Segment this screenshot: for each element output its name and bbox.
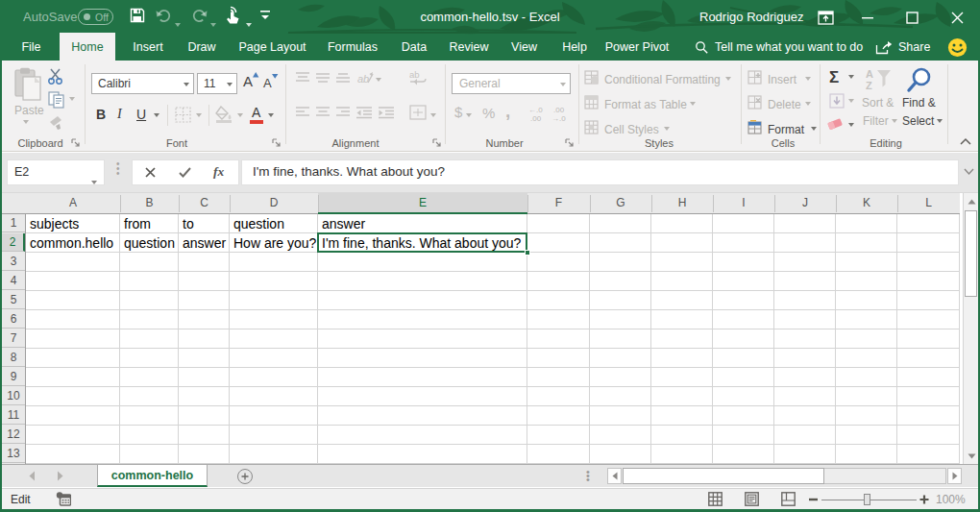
font-color-icon[interactable]: A [252,105,260,120]
next-sheet-button[interactable] [57,471,64,481]
insert-cells-arrow[interactable] [805,77,811,81]
tab-home[interactable]: Home [60,33,115,61]
alignment-dialog-launcher[interactable] [432,138,442,148]
column-header-J[interactable]: J [774,193,836,213]
sort-filter-icon[interactable]: A Z [866,68,893,91]
increase-decimal-icon[interactable]: ←.0 .00 [528,105,548,122]
prev-sheet-button[interactable] [28,471,36,481]
clear-icon[interactable] [826,117,844,131]
tab-data[interactable]: Data [389,35,439,61]
font-dialog-launcher[interactable] [272,138,282,148]
fill-handle[interactable] [525,250,530,256]
align-top-icon[interactable] [296,72,309,84]
column-header-G[interactable]: G [590,193,651,213]
column-header-I[interactable]: I [713,193,774,213]
scroll-up-button[interactable] [964,193,979,209]
tab-formulas[interactable]: Formulas [316,35,389,61]
fill-dropdown-arrow[interactable] [848,99,854,103]
sort-filter-label-1[interactable]: Sort & [862,96,894,110]
vertical-scroll-thumb[interactable] [965,210,977,297]
name-box-dropdown-arrow[interactable] [91,171,97,188]
scroll-left-button[interactable] [607,468,622,484]
delete-cells-icon[interactable] [747,95,763,110]
conditional-formatting-label[interactable]: Conditional Formatting [604,73,721,86]
italic-button[interactable]: I [117,107,122,122]
delete-cells-arrow[interactable] [805,102,811,106]
align-center-icon[interactable] [316,107,330,118]
zoom-slider-thumb[interactable] [864,494,870,505]
column-header-E[interactable]: E [318,193,527,214]
percent-format-icon[interactable]: % [482,105,495,121]
wrap-text-icon[interactable]: ab [409,69,427,86]
tab-power-pivot[interactable]: Power Pivot [600,35,674,61]
tellme-box[interactable]: Tell me what you want to do [715,35,863,61]
comma-format-icon[interactable]: , [505,101,510,122]
column-header-F[interactable]: F [527,193,590,213]
zoom-in-button[interactable] [919,495,929,504]
sheet-cells[interactable]: subjectsfromtoquestionanswercommon.hello… [26,214,960,464]
insert-function-icon[interactable]: fx [213,164,224,180]
number-format-combo[interactable]: General [452,73,571,94]
minimize-button[interactable] [853,0,882,35]
align-middle-icon[interactable] [316,72,330,84]
find-select-label-1[interactable]: Find & [902,96,936,110]
cut-icon[interactable] [47,68,65,85]
currency-format-icon[interactable]: $ [454,104,462,120]
page-break-view-icon[interactable] [781,492,796,506]
align-bottom-icon[interactable] [336,72,350,84]
format-painter-icon[interactable] [48,114,65,132]
orientation-dropdown-arrow[interactable] [376,78,381,82]
zoom-out-button[interactable] [809,498,818,501]
tab-draw[interactable]: Draw [175,35,229,61]
copy-icon[interactable] [48,91,65,109]
cell-D2[interactable]: How are you? [233,234,316,253]
underline-dropdown-arrow[interactable] [154,113,159,117]
row-header-6[interactable]: 6 [2,310,25,329]
clear-dropdown-arrow[interactable] [848,123,854,127]
shrink-font-icon[interactable]: A [263,74,280,90]
feedback-smiley-icon[interactable] [947,37,968,58]
bold-button[interactable]: B [96,107,106,122]
cell-B1[interactable]: from [124,215,151,233]
row-header-5[interactable]: 5 [2,291,25,309]
column-header-D[interactable]: D [230,193,318,213]
fill-color-dropdown-arrow[interactable] [237,113,243,117]
cell-A1[interactable]: subjects [30,215,79,233]
horizontal-scroll-thumb[interactable] [623,468,824,484]
row-header-10[interactable]: 10 [2,387,25,405]
cell-styles-arrow[interactable] [664,127,670,131]
page-layout-view-icon[interactable] [745,492,759,506]
ribbon-display-options-icon[interactable] [812,0,839,35]
paste-icon[interactable] [13,67,42,102]
sheet-tab-common-hello[interactable]: common-hello [97,465,208,487]
close-button[interactable] [942,0,972,35]
macro-record-icon[interactable] [56,492,71,506]
sort-filter-arrow[interactable] [892,119,897,123]
increase-indent-icon[interactable] [379,107,394,119]
paste-dropdown-arrow[interactable] [23,120,29,124]
cell-C2[interactable]: answer [183,234,226,253]
format-cells-label[interactable]: Format [768,123,804,136]
tab-view[interactable]: View [499,35,550,61]
insert-cells-label[interactable]: Insert [768,73,796,86]
format-as-table-arrow[interactable] [690,102,696,106]
cancel-icon[interactable] [145,167,156,178]
tab-page-layout[interactable]: Page Layout [229,35,316,61]
row-header-2[interactable]: 2 [2,233,25,252]
sort-filter-label-2[interactable]: Filter [863,114,889,128]
find-select-arrow[interactable] [937,119,943,123]
cell-styles-label[interactable]: Cell Styles [604,123,659,136]
copy-dropdown-arrow[interactable] [69,97,75,101]
tab-insert[interactable]: Insert [121,35,175,61]
font-name-combo[interactable]: Calibri [91,73,194,94]
font-size-combo[interactable]: 11 [197,73,237,94]
format-as-table-label[interactable]: Format as Table [604,98,687,111]
merge-center-dropdown-arrow[interactable] [430,113,436,117]
new-sheet-button[interactable] [237,469,253,484]
row-header-13[interactable]: 13 [2,445,25,463]
collapse-ribbon-icon[interactable] [960,137,971,145]
row-header-3[interactable]: 3 [2,253,25,271]
row-header-11[interactable]: 11 [2,406,25,425]
cell-D1[interactable]: question [233,215,284,233]
conditional-formatting-icon[interactable] [584,70,600,85]
